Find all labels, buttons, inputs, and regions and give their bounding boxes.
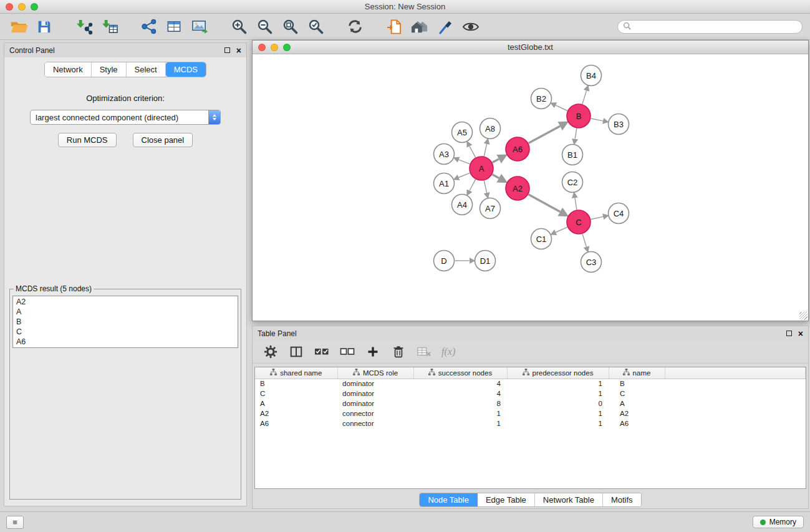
node-A4[interactable]: A4 bbox=[452, 195, 473, 215]
close-panel-icon[interactable]: × bbox=[236, 46, 241, 55]
edge-A-A4[interactable] bbox=[470, 180, 476, 191]
node-A6[interactable]: A6 bbox=[506, 137, 529, 161]
network-graph[interactable]: B4B2BB3A8A5A6A3B1AC2A1A2A4A7C4CC1DD1C3 bbox=[253, 54, 808, 321]
edge-A-A2[interactable] bbox=[493, 175, 499, 178]
node-A3[interactable]: A3 bbox=[434, 144, 455, 165]
node-A8[interactable]: A8 bbox=[480, 118, 501, 139]
node-B1[interactable]: B1 bbox=[562, 145, 583, 165]
network-minimize-button[interactable] bbox=[271, 44, 278, 51]
table-row[interactable]: A2connector11A2 bbox=[255, 409, 806, 418]
tab-motifs[interactable]: Motifs bbox=[603, 493, 641, 506]
node-A1[interactable]: A1 bbox=[434, 173, 455, 194]
column-header-name[interactable]: name bbox=[609, 367, 665, 379]
mcds-result-item[interactable]: A2 bbox=[13, 297, 238, 307]
node-B3[interactable]: B3 bbox=[609, 114, 629, 135]
edge-A6-B[interactable] bbox=[529, 126, 561, 143]
minimize-window-button[interactable] bbox=[18, 3, 26, 11]
edge-B-B1[interactable] bbox=[575, 128, 577, 139]
edge-C-C1[interactable] bbox=[556, 227, 567, 232]
zoom-out-icon[interactable] bbox=[253, 17, 276, 37]
criterion-dropdown[interactable]: largest connected component (directed) bbox=[30, 110, 221, 125]
edge-C-C2[interactable] bbox=[575, 198, 577, 210]
tab-style[interactable]: Style bbox=[92, 62, 127, 77]
import-network-icon[interactable] bbox=[72, 17, 95, 37]
mcds-result-item[interactable]: A6 bbox=[13, 337, 238, 347]
network-zoom-button[interactable] bbox=[283, 44, 291, 51]
split-columns-icon[interactable] bbox=[288, 344, 304, 360]
float-panel-icon[interactable] bbox=[224, 47, 230, 53]
node-D[interactable]: D bbox=[434, 251, 455, 271]
mcds-result-item[interactable]: B bbox=[13, 317, 238, 327]
network-close-button[interactable] bbox=[258, 44, 266, 51]
import-table-icon[interactable] bbox=[98, 17, 120, 37]
mcds-result-list[interactable]: A2ABCA6 bbox=[12, 296, 238, 348]
export-image-icon[interactable] bbox=[188, 17, 211, 37]
function-builder-label[interactable]: f(x) bbox=[441, 346, 455, 357]
table-row[interactable]: Adominator80A bbox=[255, 399, 806, 409]
new-network-icon[interactable] bbox=[137, 17, 160, 37]
delete-table-icon[interactable] bbox=[416, 344, 432, 360]
memory-button[interactable]: Memory bbox=[753, 516, 804, 528]
edge-A-A7[interactable] bbox=[484, 181, 486, 193]
node-B2[interactable]: B2 bbox=[531, 89, 552, 109]
node-B[interactable]: B bbox=[567, 104, 591, 128]
node-table-container[interactable]: shared nameMCDS rolesuccessor nodesprede… bbox=[254, 367, 806, 489]
float-table-panel-icon[interactable] bbox=[786, 331, 792, 336]
node-C3[interactable]: C3 bbox=[581, 252, 602, 273]
edge-A-A3[interactable] bbox=[459, 160, 470, 164]
edge-C-C4[interactable] bbox=[591, 216, 604, 219]
close-table-panel-icon[interactable]: × bbox=[798, 329, 803, 338]
eye-icon[interactable] bbox=[460, 17, 482, 37]
table-row[interactable]: A6connector11A6 bbox=[255, 418, 806, 428]
node-C2[interactable]: C2 bbox=[562, 172, 583, 193]
edge-A-A5[interactable] bbox=[470, 147, 476, 158]
zoom-fit-icon[interactable] bbox=[279, 17, 301, 37]
new-table-icon[interactable] bbox=[163, 17, 185, 37]
edge-B-B2[interactable] bbox=[556, 105, 567, 111]
close-window-button[interactable] bbox=[6, 3, 13, 11]
open-folder-icon[interactable] bbox=[7, 17, 30, 37]
column-header-predecessor-nodes[interactable]: predecessor nodes bbox=[507, 367, 609, 379]
edge-A-A1[interactable] bbox=[459, 173, 470, 177]
table-row[interactable]: Bdominator41B bbox=[255, 379, 806, 389]
zoom-in-icon[interactable] bbox=[228, 17, 250, 37]
style-brush-icon[interactable] bbox=[434, 17, 456, 37]
node-D1[interactable]: D1 bbox=[475, 251, 496, 271]
deselect-all-icon[interactable] bbox=[339, 344, 355, 360]
zoom-selected-icon[interactable] bbox=[304, 17, 327, 37]
run-mcds-button[interactable]: Run MCDS bbox=[58, 133, 117, 147]
search-input[interactable] bbox=[634, 22, 797, 31]
settings-gear-icon[interactable] bbox=[263, 344, 279, 360]
tab-network[interactable]: Network bbox=[45, 62, 92, 77]
node-C[interactable]: C bbox=[567, 210, 591, 234]
mcds-result-item[interactable]: A bbox=[13, 307, 238, 317]
edge-B-B4[interactable] bbox=[582, 90, 587, 104]
close-panel-button[interactable]: Close panel bbox=[133, 133, 193, 147]
task-history-button[interactable]: ≡ bbox=[6, 516, 24, 529]
home-icon[interactable] bbox=[408, 17, 431, 37]
table-row[interactable]: Cdominator41C bbox=[255, 389, 806, 399]
node-A5[interactable]: A5 bbox=[452, 122, 473, 143]
edge-A-A8[interactable] bbox=[484, 144, 486, 157]
node-C4[interactable]: C4 bbox=[609, 203, 629, 224]
node-C1[interactable]: C1 bbox=[531, 229, 552, 249]
zoom-window-button[interactable] bbox=[31, 3, 38, 11]
save-icon[interactable] bbox=[33, 17, 55, 37]
add-row-icon[interactable] bbox=[365, 344, 381, 360]
tab-select[interactable]: Select bbox=[127, 62, 166, 77]
tab-mcds[interactable]: MCDS bbox=[166, 62, 206, 77]
node-A[interactable]: A bbox=[470, 157, 493, 180]
tab-network-table[interactable]: Network Table bbox=[535, 493, 603, 506]
column-header-shared-name[interactable]: shared name bbox=[255, 367, 337, 379]
edge-A2-C[interactable] bbox=[529, 195, 561, 212]
edge-B-B3[interactable] bbox=[591, 118, 603, 121]
tab-edge-table[interactable]: Edge Table bbox=[478, 493, 535, 506]
search-box[interactable] bbox=[617, 20, 803, 34]
delete-row-icon[interactable] bbox=[390, 344, 407, 360]
tab-node-table[interactable]: Node Table bbox=[420, 493, 478, 506]
column-header-mcds-role[interactable]: MCDS role bbox=[337, 367, 413, 379]
network-canvas[interactable]: B4B2BB3A8A5A6A3B1AC2A1A2A4A7C4CC1DD1C3 bbox=[253, 54, 808, 321]
select-all-icon[interactable] bbox=[314, 344, 330, 360]
edge-A-A6[interactable] bbox=[493, 159, 499, 163]
mcds-result-item[interactable]: C bbox=[13, 327, 238, 337]
